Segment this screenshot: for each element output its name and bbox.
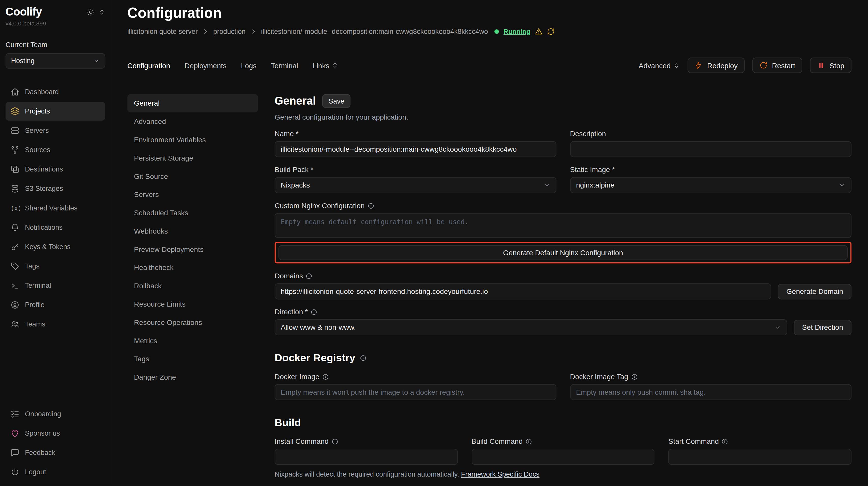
tab-terminal[interactable]: Terminal xyxy=(271,61,298,69)
build-command-input[interactable] xyxy=(471,449,654,465)
save-button[interactable]: Save xyxy=(322,94,350,108)
config-nav-git-source[interactable]: Git Source xyxy=(127,167,258,186)
sidebar-item-sponsor[interactable]: Sponsor us xyxy=(6,424,105,443)
info-icon[interactable] xyxy=(722,438,728,445)
config-nav-resource-operations[interactable]: Resource Operations xyxy=(127,313,258,331)
info-icon[interactable] xyxy=(367,202,374,209)
config-nav-environment-variables[interactable]: Environment Variables xyxy=(127,131,258,149)
sidebar-item-label: Sponsor us xyxy=(25,429,60,437)
tab-deployments[interactable]: Deployments xyxy=(185,61,226,69)
description-input[interactable] xyxy=(570,141,851,157)
build-title: Build xyxy=(275,417,301,429)
sidebar-item-teams[interactable]: Teams xyxy=(6,315,105,334)
chevrons-up-down-icon[interactable] xyxy=(98,9,105,15)
info-icon[interactable] xyxy=(322,373,329,380)
current-team-label: Current Team xyxy=(6,41,105,48)
home-icon xyxy=(10,88,19,96)
configuration-content: General Advanced Environment Variables P… xyxy=(127,94,851,486)
config-subnav: General Advanced Environment Variables P… xyxy=(127,94,258,486)
tab-logs[interactable]: Logs xyxy=(241,61,256,69)
sidebar-item-keys-tokens[interactable]: Keys & Tokens xyxy=(6,237,105,256)
section-title: General xyxy=(275,95,316,107)
config-nav-scheduled-tasks[interactable]: Scheduled Tasks xyxy=(127,203,258,222)
config-nav-webhooks[interactable]: Webhooks xyxy=(127,222,258,240)
sidebar-item-projects[interactable]: Projects xyxy=(6,102,105,121)
sidebar-item-sources[interactable]: Sources xyxy=(6,140,105,159)
breadcrumb-project[interactable]: illicitonion quote server xyxy=(127,28,198,35)
config-nav-advanced[interactable]: Advanced xyxy=(127,112,258,131)
description-label: Description xyxy=(570,130,851,138)
stop-button[interactable]: Stop xyxy=(810,58,852,73)
sidebar-item-feedback[interactable]: Feedback xyxy=(6,443,105,462)
sidebar-item-notifications[interactable]: Notifications xyxy=(6,218,105,237)
redeploy-button[interactable]: Redeploy xyxy=(688,58,745,73)
config-nav-persistent-storage[interactable]: Persistent Storage xyxy=(127,149,258,167)
nginx-config-textarea[interactable] xyxy=(275,213,851,238)
config-nav-servers[interactable]: Servers xyxy=(127,186,258,204)
config-nav-preview-deployments[interactable]: Preview Deployments xyxy=(127,240,258,259)
info-icon[interactable] xyxy=(631,373,638,380)
set-direction-button[interactable]: Set Direction xyxy=(794,320,851,335)
info-icon[interactable] xyxy=(360,355,366,361)
name-label: Name * xyxy=(275,130,556,138)
refresh-status-icon[interactable] xyxy=(547,28,555,35)
direction-label: Direction * xyxy=(275,307,851,316)
power-icon xyxy=(10,468,19,477)
docker-image-label: Docker Image xyxy=(275,372,556,381)
restart-icon xyxy=(760,61,768,69)
sidebar-item-terminal[interactable]: Terminal xyxy=(6,276,105,295)
start-command-input[interactable] xyxy=(669,449,851,465)
tab-configuration[interactable]: Configuration xyxy=(127,61,170,69)
info-icon[interactable] xyxy=(332,438,338,445)
sidebar-item-label: Projects xyxy=(25,107,50,115)
warning-icon[interactable] xyxy=(535,28,542,35)
build-pack-label: Build Pack * xyxy=(275,165,556,174)
framework-docs-link[interactable]: Framework Specific Docs xyxy=(461,471,539,478)
chevrons-up-down-icon xyxy=(332,62,338,69)
info-icon[interactable] xyxy=(306,272,312,279)
docker-image-tag-input[interactable] xyxy=(570,384,851,400)
generate-domain-button[interactable]: Generate Domain xyxy=(778,284,851,299)
sidebar-item-logout[interactable]: Logout xyxy=(6,462,105,481)
breadcrumb-application[interactable]: illicitestonion/-module--decomposition:m… xyxy=(261,28,488,35)
chat-icon xyxy=(10,448,19,457)
sidebar-item-onboarding[interactable]: Onboarding xyxy=(6,404,105,423)
advanced-dropdown[interactable]: Advanced xyxy=(639,61,680,69)
build-pack-select[interactable]: Nixpacks xyxy=(275,177,556,193)
chevron-down-icon xyxy=(774,324,781,330)
sidebar-item-servers[interactable]: Servers xyxy=(6,121,105,140)
direction-select[interactable]: Allow www & non-www. xyxy=(275,319,787,335)
sidebar-item-tags[interactable]: Tags xyxy=(6,257,105,276)
generate-nginx-button[interactable]: Generate Default Nginx Configuration xyxy=(278,245,848,260)
breadcrumb-environment[interactable]: production xyxy=(213,28,246,35)
sidebar-item-shared-variables[interactable]: (x) Shared Variables xyxy=(6,199,105,218)
sidebar-item-dashboard[interactable]: Dashboard xyxy=(6,83,105,101)
config-nav-resource-limits[interactable]: Resource Limits xyxy=(127,295,258,313)
status-badge[interactable]: Running xyxy=(503,28,530,35)
sidebar-nav: Dashboard Projects Servers Sources Desti… xyxy=(6,83,105,333)
config-nav-general[interactable]: General xyxy=(127,94,258,112)
theme-toggle-sun-icon[interactable] xyxy=(87,8,94,16)
config-nav-rollback[interactable]: Rollback xyxy=(127,277,258,295)
sidebar-item-s3-storages[interactable]: S3 Storages xyxy=(6,180,105,198)
docker-registry-title: Docker Registry xyxy=(275,352,355,364)
sidebar-item-destinations[interactable]: Destinations xyxy=(6,160,105,179)
tab-links[interactable]: Links xyxy=(313,61,338,69)
domains-input[interactable] xyxy=(275,284,772,299)
config-nav-metrics[interactable]: Metrics xyxy=(127,331,258,350)
config-nav-healthcheck[interactable]: Healthcheck xyxy=(127,259,258,277)
nixpacks-note: Nixpacks will detect the required config… xyxy=(275,471,851,478)
info-icon[interactable] xyxy=(525,438,532,445)
config-nav-danger-zone[interactable]: Danger Zone xyxy=(127,368,258,386)
sidebar-item-profile[interactable]: Profile xyxy=(6,295,105,314)
config-nav-tags[interactable]: Tags xyxy=(127,350,258,368)
team-select[interactable]: Hosting xyxy=(6,53,105,69)
docker-image-input[interactable] xyxy=(275,384,556,400)
name-input[interactable] xyxy=(275,141,556,157)
static-image-select[interactable]: nginx:alpine xyxy=(570,177,851,193)
chevrons-up-down-icon xyxy=(674,62,680,69)
info-icon[interactable] xyxy=(311,309,317,315)
key-icon xyxy=(10,242,19,251)
install-command-input[interactable] xyxy=(275,449,458,465)
restart-button[interactable]: Restart xyxy=(753,58,803,73)
